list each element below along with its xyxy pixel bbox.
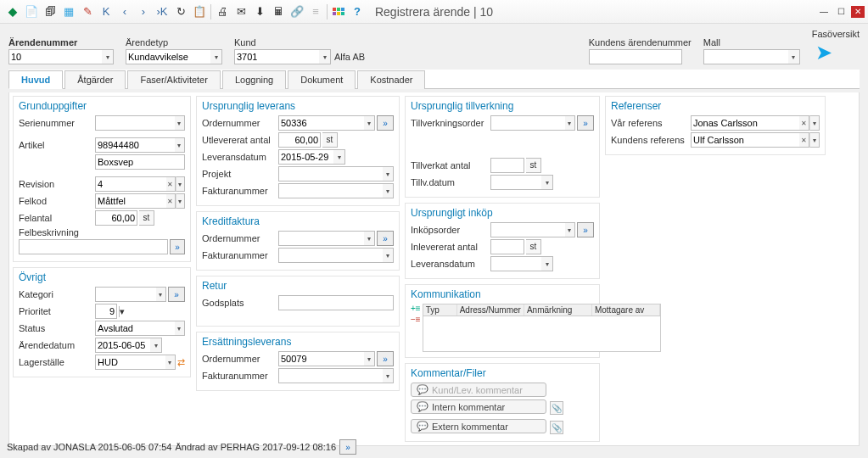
col-adress[interactable]: Adress/Nummer [457, 304, 524, 316]
arendetyp-field[interactable]: ▾ [126, 49, 222, 64]
mail-icon[interactable]: ✉ [232, 3, 249, 20]
clear-icon[interactable]: ✕ [799, 132, 809, 148]
expand-button[interactable]: » [170, 239, 185, 254]
tab-huvud[interactable]: Huvud [8, 70, 63, 89]
ul-ordernummer-input[interactable] [278, 115, 364, 131]
prioritet-input[interactable] [95, 304, 117, 319]
goto-button[interactable]: » [168, 287, 185, 302]
col-typ[interactable]: Typ [423, 304, 457, 316]
dropdown-icon[interactable]: ▾ [119, 306, 125, 317]
dropdown-icon[interactable]: ▾ [319, 49, 331, 64]
ik-levdatum-input[interactable] [490, 256, 541, 271]
extern-kommentar-button[interactable]: 💬Extern kommentar [411, 419, 546, 433]
clear-icon[interactable]: ✕ [166, 176, 176, 192]
kund-field[interactable]: ▾ [234, 49, 331, 64]
help-icon[interactable]: ? [349, 3, 366, 20]
apps-icon[interactable] [330, 3, 347, 20]
dropdown-icon[interactable]: ▾ [383, 183, 394, 198]
dropdown-icon[interactable]: ▾ [383, 166, 394, 182]
ul-faktura-input[interactable] [278, 183, 383, 198]
ik-order-input[interactable] [490, 222, 565, 237]
add-row-icon[interactable]: +≡ [411, 304, 421, 313]
minimize-button[interactable]: — [817, 6, 831, 18]
dropdown-icon[interactable]: ▾ [809, 132, 820, 148]
artikel-input[interactable] [95, 137, 175, 153]
mall-field[interactable]: ▾ [703, 49, 800, 64]
tab-kostnader[interactable]: Kostnader [357, 70, 425, 89]
clear-icon[interactable]: ✕ [799, 115, 809, 131]
footer-action-button[interactable]: » [339, 439, 356, 455]
kundlev-kommentar-button[interactable]: 💬Kund/Lev. kommentar [411, 383, 546, 397]
tab-faser[interactable]: Faser/Aktiviteter [127, 70, 220, 89]
dropdown-icon[interactable]: ▾ [809, 115, 820, 131]
godsplats-input[interactable] [278, 295, 394, 310]
ul-projekt-input[interactable] [278, 166, 383, 182]
kund-input[interactable] [234, 49, 319, 64]
arendenummer-field[interactable]: ▾ [8, 49, 114, 64]
kf-order-input[interactable] [278, 231, 364, 246]
goto-button[interactable]: » [577, 115, 594, 131]
dropdown-icon[interactable]: ▾ [788, 49, 800, 64]
revision-input[interactable] [95, 176, 166, 192]
mall-input[interactable] [703, 49, 788, 64]
copy-icon[interactable]: 🗐 [42, 3, 59, 20]
goto-button[interactable]: » [377, 351, 394, 366]
dropdown-icon[interactable]: ▾ [165, 355, 176, 370]
dropdown-icon[interactable]: ▾ [150, 338, 162, 353]
dropdown-icon[interactable]: ▾ [175, 137, 185, 153]
refresh-icon[interactable]: ↻ [172, 3, 189, 20]
link-icon[interactable]: 🔗 [288, 3, 305, 20]
dropdown-icon[interactable]: ▾ [102, 49, 114, 64]
grid-icon[interactable]: ▦ [60, 3, 77, 20]
tab-atgarder[interactable]: Åtgärder [64, 70, 126, 89]
kundens-arendenummer-input[interactable] [589, 49, 682, 64]
phase-arrow-icon[interactable]: ➤ [815, 41, 860, 64]
goto-button[interactable]: » [377, 231, 394, 246]
first-icon[interactable]: K [98, 3, 115, 20]
download-icon[interactable]: ⬇ [251, 3, 268, 20]
tab-dokument[interactable]: Dokument [288, 70, 356, 89]
dropdown-icon[interactable]: ▾ [364, 115, 375, 131]
ul-antal-input[interactable] [278, 132, 321, 148]
col-anm[interactable]: Anmärkning [524, 304, 592, 316]
dropdown-icon[interactable]: ▾ [156, 287, 166, 302]
ul-levdatum-input[interactable] [278, 149, 333, 165]
var-ref-input[interactable] [691, 115, 799, 131]
serienummer-input[interactable] [95, 115, 175, 131]
dropdown-icon[interactable]: ▾ [364, 351, 375, 366]
kategori-input[interactable] [95, 287, 156, 302]
lagerstalle-input[interactable] [95, 355, 165, 370]
goto-button[interactable]: » [577, 222, 594, 237]
swap-icon[interactable]: ⇄ [177, 357, 185, 368]
dropdown-icon[interactable]: ▾ [383, 248, 394, 263]
dropdown-icon[interactable]: ▾ [175, 115, 185, 131]
dropdown-icon[interactable]: ▾ [541, 175, 553, 190]
calc-icon[interactable]: 🖩 [270, 3, 287, 20]
remove-row-icon[interactable]: −≡ [411, 315, 421, 324]
edit-icon[interactable]: ✎ [79, 3, 96, 20]
status-input[interactable] [95, 321, 175, 336]
next-icon[interactable]: › [135, 3, 152, 20]
dropdown-icon[interactable]: ▾ [210, 49, 222, 64]
er-faktura-input[interactable] [278, 368, 383, 383]
dropdown-icon[interactable]: ▾ [333, 149, 345, 165]
felbeskrivning-input[interactable] [19, 239, 168, 254]
er-order-input[interactable] [278, 351, 364, 366]
last-icon[interactable]: ›K [154, 3, 171, 20]
felantal-input[interactable] [95, 210, 137, 226]
intern-kommentar-button[interactable]: 💬Intern kommentar [411, 399, 546, 414]
arendetyp-input[interactable] [126, 49, 210, 64]
felkod-input[interactable] [95, 193, 166, 209]
kund-ref-input[interactable] [691, 132, 799, 148]
arendenummer-input[interactable] [8, 49, 102, 64]
prev-icon[interactable]: ‹ [116, 3, 133, 20]
print-icon[interactable]: 🖨 [214, 3, 231, 20]
close-button[interactable]: ✕ [851, 6, 865, 18]
maximize-button[interactable]: ☐ [834, 6, 848, 18]
dropdown-icon[interactable]: ▾ [565, 115, 575, 131]
attach-icon[interactable]: 📎 [550, 401, 563, 415]
dropdown-icon[interactable]: ▾ [176, 176, 185, 192]
dropdown-icon[interactable]: ▾ [175, 321, 185, 336]
dropdown-icon[interactable]: ▾ [364, 231, 375, 246]
tab-loggning[interactable]: Loggning [222, 70, 286, 89]
